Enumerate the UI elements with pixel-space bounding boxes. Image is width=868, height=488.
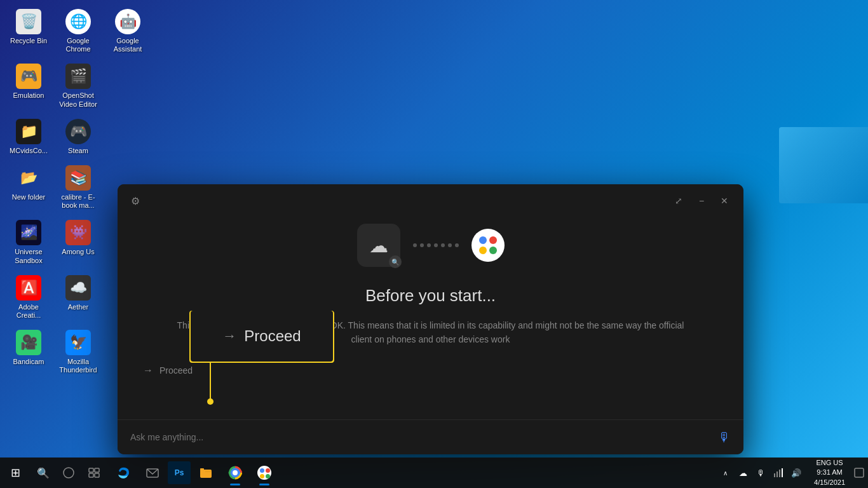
chevron-up-icon[interactable]: ∧ — [717, 458, 733, 488]
desktop-icon-adobe-creative[interactable]: 🅰️ Adobe Creati... — [6, 273, 51, 322]
proceed-label-content: Proceed — [159, 365, 193, 376]
lang-region: ENG US — [816, 458, 843, 468]
chrome-icon: 🌐 — [65, 9, 91, 34]
new-folder-label: New folder — [12, 193, 46, 201]
emulation-icon: 🎮 — [16, 64, 41, 89]
ga-dot-red — [489, 236, 497, 244]
steam-icon: 🎮 — [65, 119, 91, 144]
chrome-label: Google Chrome — [58, 37, 98, 53]
taskbar-app-chrome[interactable] — [221, 459, 249, 487]
desktop-icon-thunderbird[interactable]: 🦅 Mozilla Thunderbird — [56, 327, 100, 377]
notification-button[interactable] — [850, 458, 868, 488]
taskbar-app-assistant[interactable] — [250, 459, 278, 487]
connector-dot — [455, 243, 459, 247]
desktop-icon-openshot[interactable]: 🎬 OpenShot Video Editor — [56, 61, 100, 111]
search-badge-icon: 🔍 — [389, 255, 402, 268]
thunderbird-icon: 🦅 — [65, 330, 91, 355]
svg-rect-1 — [89, 468, 93, 472]
taskbar: ⊞ 🔍 — [0, 458, 868, 488]
expand-button[interactable]: ⤢ — [670, 192, 688, 210]
ask-input[interactable] — [130, 432, 710, 442]
dialog-title: Before you start... — [365, 286, 496, 306]
settings-icon[interactable]: ⚙ — [128, 193, 143, 208]
recycle-bin-label: Recycle Bin — [10, 37, 47, 45]
network-icon[interactable] — [771, 458, 786, 488]
svg-point-0 — [64, 468, 74, 478]
ga-dot-blue — [479, 236, 487, 244]
desktop-icon-among-us[interactable]: 👾 Among Us — [56, 217, 100, 267]
svg-rect-11 — [774, 473, 775, 477]
desktop-icon-mcvids[interactable]: 📁 MCvidsCo... — [6, 116, 51, 158]
svg-rect-14 — [782, 468, 783, 477]
desktop-icon-emulation[interactable]: 🎮 Emulation — [6, 61, 51, 111]
close-button[interactable]: ✕ — [715, 192, 733, 210]
desktop-icon-calibre[interactable]: 📚 calibre - E-book ma... — [56, 163, 100, 212]
search-button[interactable]: 🔍 — [31, 458, 56, 488]
system-tray: ∧ ☁ 🎙 🔊 — [712, 458, 809, 488]
icons-row: ☁ 🔍 — [357, 224, 505, 267]
svg-rect-8 — [200, 468, 204, 470]
google-assistant-label: Google Assistant — [108, 37, 147, 53]
desktop-icon-google-chrome[interactable]: 🌐 Google Chrome — [56, 6, 100, 56]
recycle-bin-icon: 🗑️ — [16, 9, 41, 34]
svg-rect-13 — [779, 470, 780, 477]
proceed-button-content[interactable]: → Proceed — [138, 362, 198, 379]
svg-point-10 — [233, 470, 238, 475]
taskbar-app-explorer[interactable] — [192, 459, 220, 487]
openshot-label: OpenShot Video Editor — [58, 92, 98, 108]
bandicam-label: Bandicam — [13, 358, 44, 366]
system-clock[interactable]: ENG US 9:31 AM 4/15/2021 — [809, 458, 850, 487]
taskbar-app-photoshop[interactable]: Ps — [168, 461, 191, 484]
background-window — [779, 127, 868, 203]
connector-dot — [441, 243, 445, 247]
microphone-icon[interactable]: 🎙 — [718, 430, 731, 445]
desktop-icon-google-assistant[interactable]: 🤖 Google Assistant — [105, 6, 150, 56]
adobe-creative-icon: 🅰️ — [16, 275, 41, 301]
desktop-icon-steam[interactable]: 🎮 Steam — [56, 116, 100, 158]
mcvids-label: MCvidsCo... — [10, 147, 48, 155]
ga-dot-green — [489, 247, 497, 254]
openshot-icon: 🎬 — [65, 64, 91, 89]
dialog-titlebar: ⚙ ⤢ − ✕ — [118, 184, 743, 217]
start-button[interactable]: ⊞ — [0, 458, 31, 488]
desktop-icon-universe-sandbox[interactable]: 🌌 Universe Sandbox — [6, 217, 51, 267]
taskbar-app-mail[interactable] — [139, 459, 166, 487]
emulation-label: Emulation — [13, 92, 44, 100]
bandicam-icon: 🎥 — [16, 330, 41, 355]
dialog-controls: ⤢ − ✕ — [670, 192, 733, 210]
dialog-content: ☁ 🔍 — [118, 217, 743, 419]
desktop-icon-new-folder[interactable]: 📂 New folder — [6, 163, 51, 212]
clock-time: 9:31 AM — [817, 468, 842, 477]
connector-dot — [413, 243, 417, 247]
connector-dots — [413, 243, 459, 247]
dialog-window: ⚙ ⤢ − ✕ ☁ 🔍 — [118, 184, 743, 454]
universe-sandbox-icon: 🌌 — [16, 220, 41, 245]
desktop-icon-bandicam[interactable]: 🎥 Bandicam — [6, 327, 51, 377]
task-view-button[interactable] — [81, 458, 107, 488]
proceed-arrow-icon: → — [143, 365, 153, 376]
desktop-icon-aether[interactable]: ☁️ Aether — [56, 273, 100, 322]
connector-dot — [448, 243, 452, 247]
microphone-tray-icon[interactable]: 🎙 — [753, 458, 768, 488]
volume-icon[interactable]: 🔊 — [789, 458, 804, 488]
aether-icon: ☁️ — [65, 275, 91, 301]
svg-rect-12 — [776, 471, 778, 477]
mcvids-icon: 📁 — [16, 119, 41, 144]
svg-rect-3 — [89, 473, 93, 477]
dialog-input-area: 🎙 — [118, 419, 743, 454]
svg-rect-2 — [95, 468, 99, 472]
universe-sandbox-label: Universe Sandbox — [9, 248, 48, 264]
svg-rect-15 — [855, 468, 864, 477]
dialog-body-text: This client uses the Google Assistant SD… — [177, 318, 685, 347]
calibre-label: calibre - E-book ma... — [58, 193, 98, 210]
taskbar-app-edge[interactable] — [109, 459, 137, 487]
minimize-button[interactable]: − — [693, 192, 710, 210]
cloud-tray-icon[interactable]: ☁ — [735, 458, 750, 488]
taskbar-apps: Ps — [107, 459, 712, 487]
aether-app-icon: ☁ 🔍 — [357, 224, 400, 267]
desktop-icon-recycle-bin[interactable]: 🗑️ Recycle Bin — [6, 6, 51, 56]
among-us-label: Among Us — [62, 248, 94, 256]
clock-date: 4/15/2021 — [814, 478, 845, 487]
cortana-button[interactable] — [56, 458, 81, 488]
aether-label: Aether — [68, 303, 88, 311]
